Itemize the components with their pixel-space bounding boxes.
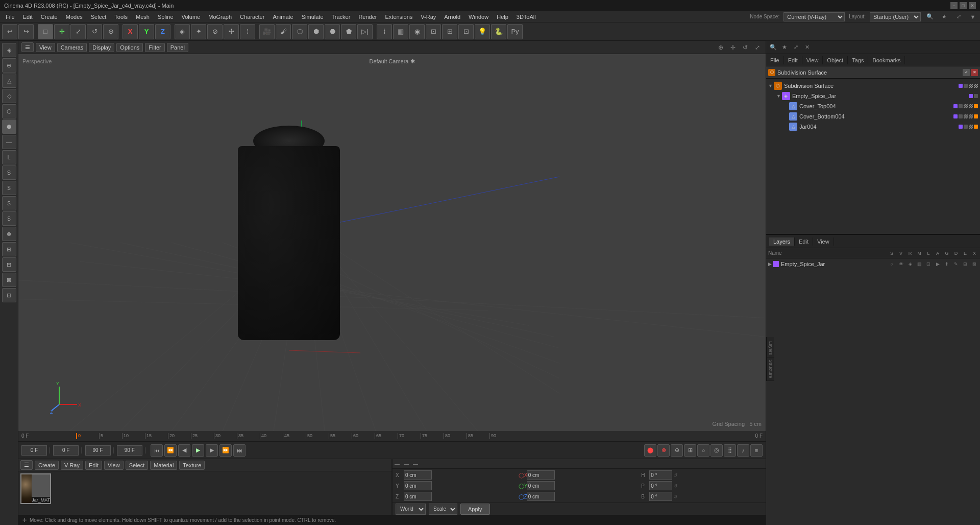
sky-btn[interactable]: ◉ xyxy=(409,24,425,39)
ls-s7[interactable]: ⊟ xyxy=(2,257,16,272)
bookmark-icon[interactable]: ★ xyxy=(939,12,949,22)
ls-s4[interactable]: $ xyxy=(2,211,16,226)
step-fwd-button[interactable]: ⏩ xyxy=(219,444,232,457)
tree-arrow-jar[interactable]: ▼ xyxy=(776,93,781,99)
om-tab-object[interactable]: Object xyxy=(823,56,848,64)
end-frame-input[interactable] xyxy=(85,445,111,456)
scale-select[interactable]: Scale Size xyxy=(429,504,457,515)
menu-extensions[interactable]: Extensions xyxy=(381,13,416,21)
menu-character[interactable]: Character xyxy=(236,13,268,21)
menu-simulate[interactable]: Simulate xyxy=(298,13,327,21)
object-mode-btn[interactable]: ◈ xyxy=(175,24,190,39)
flag-e[interactable]: ⊞ xyxy=(962,260,969,268)
menu-mograph[interactable]: MoGraph xyxy=(205,13,235,21)
anim-key-btn[interactable]: ⊕ xyxy=(671,444,683,457)
tree-arrow-cb[interactable]: ▶ xyxy=(785,114,788,119)
layer-row-jar[interactable]: ▶ Empty_Spice_Jar ○ 👁 ◈ ▥ ⊡ ▶ ⬆ ✎ ⊞ ⊠ xyxy=(768,259,978,269)
vt-move-icon[interactable]: ✛ xyxy=(728,42,738,53)
ls-mode2[interactable]: ⊕ xyxy=(2,58,16,73)
om-tab-file[interactable]: File xyxy=(766,56,784,64)
vt-view[interactable]: View xyxy=(36,43,55,52)
vtab-layers[interactable]: Layers xyxy=(767,339,774,357)
menu-render[interactable]: Render xyxy=(355,13,380,21)
om-search-icon[interactable]: 🔍 xyxy=(768,42,778,53)
vtab-structure[interactable]: Structure xyxy=(767,357,774,381)
x-input[interactable] xyxy=(404,470,432,480)
ls-mode7[interactable]: — xyxy=(2,135,16,149)
ls-mode8[interactable]: L xyxy=(2,150,16,164)
flag-v[interactable]: 👁 xyxy=(897,260,904,268)
layout-select[interactable]: Startup (User) xyxy=(870,12,921,21)
tree-arrow-subdiv[interactable]: ▼ xyxy=(768,83,773,88)
clone-btn[interactable]: ⬡ xyxy=(292,24,307,39)
menu-volume[interactable]: Volume xyxy=(178,13,204,21)
om-tab-view[interactable]: View xyxy=(802,56,823,64)
ls-mode5[interactable]: ⬡ xyxy=(2,104,16,118)
multi-btn[interactable]: ⁞ xyxy=(240,24,255,39)
mat-create[interactable]: Create xyxy=(35,461,59,470)
menu-arnold[interactable]: Arnold xyxy=(440,13,464,21)
ls-s6[interactable]: ⊞ xyxy=(2,242,16,256)
gen-btn[interactable]: ⬟ xyxy=(341,24,356,39)
lasso-btn[interactable]: ⌇ xyxy=(377,24,392,39)
vt-menu-icon[interactable]: ☰ xyxy=(21,42,34,52)
anim-add-btn[interactable]: ⊞ xyxy=(684,444,696,457)
ry-input[interactable] xyxy=(527,481,555,490)
anim-delete-btn[interactable]: ○ xyxy=(697,444,709,457)
ls-s2[interactable]: $ xyxy=(2,181,16,195)
tree-item-jar[interactable]: ▼ ◈ Empty_Spice_Jar xyxy=(776,91,978,101)
prev-frame-button[interactable]: ◀ xyxy=(178,444,190,457)
anim-record-btn[interactable]: ⬤ xyxy=(644,444,656,457)
floor-btn[interactable]: ▥ xyxy=(393,24,408,39)
render2-btn[interactable]: ⊡ xyxy=(458,24,474,39)
menu-file[interactable]: File xyxy=(2,13,18,21)
mat-view-btn[interactable]: View xyxy=(104,461,124,470)
mat-material[interactable]: Material xyxy=(150,461,177,470)
x-axis-btn[interactable]: X xyxy=(122,24,138,39)
vt-link-icon[interactable]: ⊕ xyxy=(716,42,726,53)
anim-audio-btn[interactable]: ♪ xyxy=(737,444,749,457)
vt-reload-icon[interactable]: ↺ xyxy=(740,42,750,53)
rz-input[interactable] xyxy=(527,492,555,501)
flag-r[interactable]: ◈ xyxy=(906,260,914,268)
redo-button[interactable]: ↪ xyxy=(18,24,34,39)
menu-expand-icon[interactable]: ▼ xyxy=(968,12,978,22)
vt-display[interactable]: Display xyxy=(89,43,114,52)
light2-btn[interactable]: 💡 xyxy=(475,24,490,39)
flag-g[interactable]: ⬆ xyxy=(943,260,950,268)
world-select[interactable]: World Object xyxy=(396,504,426,515)
om-close-icon[interactable]: ✕ xyxy=(802,42,812,53)
anim-stop-btn[interactable]: ⊗ xyxy=(657,444,670,457)
ls-s3[interactable]: $ xyxy=(2,196,16,210)
y-axis-btn[interactable]: Y xyxy=(139,24,154,39)
p-input[interactable] xyxy=(649,481,672,490)
vt-filter[interactable]: Filter xyxy=(145,43,164,52)
workplane-btn[interactable]: ✣ xyxy=(224,24,239,39)
rx-input[interactable] xyxy=(527,470,555,480)
vt-options[interactable]: Options xyxy=(116,43,143,52)
menu-select[interactable]: Select xyxy=(87,13,110,21)
ls-mode6[interactable]: ⬢ xyxy=(2,120,16,134)
mat-select[interactable]: Select xyxy=(126,461,149,470)
anim-motion-btn[interactable]: ≡ xyxy=(750,444,763,457)
flag-x[interactable]: ⊠ xyxy=(971,260,978,268)
tree-item-cover-top[interactable]: ▶ △ Cover_Top004 xyxy=(785,101,978,111)
minimize-button[interactable]: − xyxy=(950,2,958,9)
menu-edit[interactable]: Edit xyxy=(19,13,36,21)
menu-modes[interactable]: Modes xyxy=(62,13,86,21)
transform-tool[interactable]: ⊕ xyxy=(103,24,118,39)
material-thumbnail[interactable]: Jar_MAT xyxy=(20,473,51,504)
om-tab-bookmarks[interactable]: Bookmarks xyxy=(868,56,905,64)
mat-vray[interactable]: V-Ray xyxy=(61,461,83,470)
layers-view-tab[interactable]: View xyxy=(813,237,834,246)
play-button[interactable]: ▶ xyxy=(192,444,204,457)
layer-expand-icon[interactable]: ▶ xyxy=(768,261,772,267)
menu-vray[interactable]: V-Ray xyxy=(417,13,439,21)
anim-dots-btn[interactable]: ⣿ xyxy=(724,444,736,457)
obj-hdr-close-btn[interactable]: ✕ xyxy=(971,69,978,76)
anim-circle-btn[interactable]: ◎ xyxy=(710,444,723,457)
om-expand-icon[interactable]: ⤢ xyxy=(791,42,801,53)
window-buttons[interactable]: − □ ✕ xyxy=(950,2,976,9)
z-axis-btn[interactable]: Z xyxy=(155,24,170,39)
ls-s9[interactable]: ⊡ xyxy=(2,288,16,302)
